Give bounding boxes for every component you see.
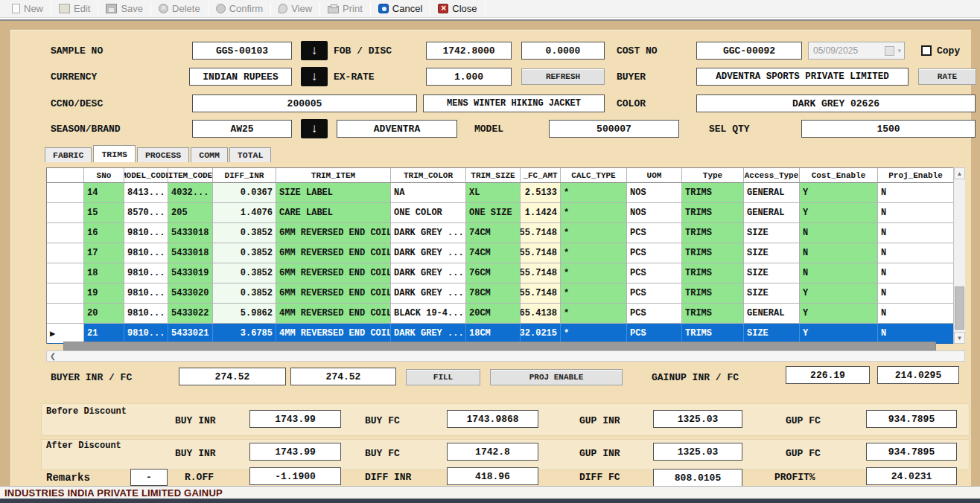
grid-cell[interactable]: SIZE (744, 324, 800, 344)
grid-cell[interactable]: 76CM (466, 263, 521, 283)
grid-cell[interactable]: 0.3852 (213, 283, 276, 304)
grid-cell[interactable]: 6MM REVERSED END COIL (276, 283, 391, 304)
color-field[interactable]: DARK GREY 02626 (696, 94, 976, 112)
grid-cell[interactable]: 14 (84, 183, 124, 203)
delete-button[interactable]: Delete (151, 1, 208, 17)
tab-total[interactable]: TOTAL (229, 147, 272, 162)
grid-cell[interactable]: 9810... (124, 243, 168, 263)
hscroll-left-arrow[interactable]: ❮ (47, 351, 59, 361)
grid-row[interactable]: 199810...54330200.38526MM REVERSED END C… (47, 283, 964, 304)
grid-cell[interactable]: 20CM (466, 304, 521, 324)
profit-field[interactable]: 24.0231 (866, 467, 957, 485)
grid-cell[interactable]: 65.4138 (521, 304, 561, 324)
grid-cell[interactable]: 4032... (168, 183, 213, 203)
before-buy-fc-field[interactable]: 1743.9868 (447, 410, 538, 428)
grid-cell[interactable]: ONE COLOR (391, 203, 466, 223)
grid-cell[interactable]: 17 (84, 243, 124, 263)
grid-cell[interactable]: CARE LABEL (276, 203, 391, 223)
grid-cell[interactable]: 21 (84, 324, 124, 344)
roff-field[interactable]: -1.1900 (249, 467, 341, 485)
rate-button[interactable]: RATE (918, 68, 976, 85)
grid-cell[interactable]: 6MM REVERSED END COIL (276, 243, 391, 263)
grid-cell[interactable]: TRIMS (682, 203, 744, 223)
ex-rate-field[interactable]: 1.000 (426, 68, 512, 86)
grid-vscrollbar[interactable]: ▲ ▼ (953, 167, 965, 344)
grid-cell[interactable]: 5.9862 (213, 304, 276, 324)
grid-cell[interactable]: 15 (84, 203, 124, 223)
grid-cell[interactable]: 0.3852 (213, 243, 276, 263)
grid-cell[interactable]: Y (800, 304, 878, 324)
confirm-button[interactable]: Confirm (209, 1, 271, 17)
print-button[interactable]: Print (320, 1, 370, 17)
grid-cell[interactable]: 5433022 (168, 304, 213, 324)
grid-cell[interactable]: TRIMS (682, 223, 744, 243)
grid-cell[interactable]: 9810... (124, 223, 168, 243)
model-field[interactable]: 500007 (549, 120, 679, 138)
brand-field[interactable]: ADVENTRA (337, 120, 457, 138)
grid-cell[interactable]: PCS (627, 304, 682, 324)
grid-cell[interactable]: TRIMS (682, 183, 744, 203)
grid-cell[interactable]: N (800, 223, 878, 243)
grid-row-marker-cell[interactable] (47, 243, 84, 263)
currency-lookup-button[interactable]: ↓ (301, 67, 328, 86)
grid-cell[interactable]: DARK GREY ... (391, 263, 466, 283)
grid-cell[interactable]: 55.7148 (521, 243, 561, 263)
grid-cell[interactable]: 9810... (124, 304, 168, 324)
grid-cell[interactable]: * (561, 283, 627, 304)
grid-cell[interactable]: 4MM REVERSED END COIL (276, 324, 391, 344)
grid-cell[interactable]: 4MM REVERSED END COIL (276, 304, 391, 324)
grid-cell[interactable]: XL (466, 183, 521, 203)
grid-row-marker-cell[interactable]: ▶ (47, 324, 84, 344)
grid-cell[interactable]: 1.1424 (521, 203, 561, 223)
grid-cell[interactable]: * (561, 263, 627, 283)
season-field[interactable]: AW25 (192, 120, 292, 138)
grid-cell[interactable]: TRIMS (682, 283, 744, 304)
tab-trims[interactable]: TRIMS (93, 145, 136, 162)
grid-cell[interactable]: * (561, 203, 627, 223)
grid-cell[interactable]: ONE SIZE (466, 203, 521, 223)
grid-cell[interactable]: 6MM REVERSED END COIL (276, 263, 391, 283)
grid-row-marker-cell[interactable] (47, 183, 84, 203)
ccno-field[interactable]: 200005 (192, 94, 417, 112)
tab-fabric[interactable]: FABRIC (45, 147, 92, 162)
grid-cell[interactable]: Y (800, 183, 878, 203)
grid-cell[interactable]: SIZE (744, 263, 800, 283)
grid-row[interactable]: 169810...54330180.38526MM REVERSED END C… (47, 223, 964, 243)
before-gup-fc-field[interactable]: 934.7895 (866, 410, 957, 428)
grid-cell[interactable]: 1.4076 (213, 203, 276, 223)
sample-no-field[interactable]: GGS-00103 (192, 42, 292, 60)
grid-cell[interactable]: PCS (627, 283, 682, 304)
after-gup-fc-field[interactable]: 934.7895 (866, 443, 957, 461)
proj-enable-button[interactable]: PROJ ENABLE (490, 369, 623, 385)
grid-cell[interactable]: SIZE (744, 283, 800, 304)
grid-cell[interactable]: Y (800, 283, 878, 304)
sample-no-lookup-button[interactable]: ↓ (301, 41, 328, 60)
grid-row-marker-cell[interactable] (47, 283, 84, 304)
grid-cell[interactable]: N (878, 243, 954, 263)
refresh-button[interactable]: REFRESH (521, 68, 605, 85)
tab-process[interactable]: PROCESS (137, 147, 189, 162)
grid-cell[interactable]: TRIMS (682, 304, 744, 324)
grid-cell[interactable]: 20 (84, 304, 124, 324)
grid-cell[interactable]: 32.0215 (521, 324, 561, 344)
grid-cell[interactable]: Y (800, 203, 878, 223)
grid-cell[interactable]: 3.6785 (213, 324, 276, 344)
grid-cell[interactable]: 5433021 (168, 324, 213, 344)
grid-row[interactable]: 189810...54330190.38526MM REVERSED END C… (47, 263, 964, 283)
before-buy-inr-field[interactable]: 1743.99 (249, 410, 341, 428)
grid-cell[interactable]: PCS (627, 243, 682, 263)
grid-cell[interactable]: N (878, 203, 954, 223)
grid-cell[interactable]: 18CM (466, 324, 521, 344)
grid-cell[interactable]: SIZE (744, 223, 800, 243)
grid-hscrollbar[interactable]: ❮ (46, 350, 965, 362)
diff-fc-field[interactable]: 808.0105 (653, 469, 742, 487)
grid-cell[interactable]: SIZE (744, 243, 800, 263)
grid-cell[interactable]: DARK GREY ... (391, 324, 466, 344)
grid-cell[interactable]: 74CM (466, 243, 521, 263)
grid-cell[interactable]: 16 (84, 223, 124, 243)
desc-field[interactable]: MENS WINTER HIKING JACKET (423, 94, 605, 112)
grid-cell[interactable]: TRIMS (682, 324, 744, 344)
grid-cell[interactable]: GENERAL (744, 304, 800, 324)
diff-inr-field[interactable]: 418.96 (447, 467, 538, 485)
grid-row-marker-cell[interactable] (47, 304, 84, 324)
